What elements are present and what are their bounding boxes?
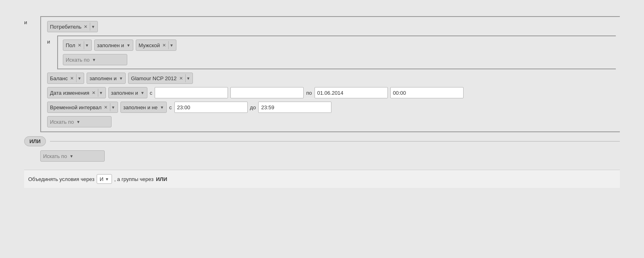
balance-row: Баланс ✕ ▼ заполнен и ▼ Glamour NCP 2012…	[47, 73, 616, 84]
combine-arrow-icon[interactable]: ▼	[105, 177, 109, 181]
date-from-field[interactable]	[157, 90, 225, 96]
date-time-field[interactable]	[393, 90, 461, 96]
balance-field[interactable]: Баланс ✕ ▼	[47, 73, 84, 84]
interval-to-field[interactable]	[261, 104, 329, 110]
interval-field[interactable]: Временной интервал ✕ ▼	[47, 102, 118, 113]
pol-close-icon[interactable]: ✕	[78, 43, 81, 48]
interval-to-label: до	[250, 104, 256, 110]
pol-value-text: Мужской	[139, 42, 160, 48]
pol-condition-text: заполнен и	[97, 42, 124, 48]
potreb-row: Потребитель ✕ ▼	[47, 21, 616, 32]
main-search-row: Искать по ▼	[47, 116, 616, 127]
date-row: Дата изменения ✕ ▼ заполнен и ▼ с по	[47, 87, 616, 98]
date-to-field[interactable]	[317, 90, 385, 96]
bottom-groups-via: ИЛИ	[156, 176, 167, 182]
balance-value-text: Glamour NCP 2012	[131, 75, 176, 81]
interval-field-text: Временной интервал	[50, 104, 101, 110]
interval-condition-arrow[interactable]: ▼	[160, 105, 164, 110]
bottom-suffix: , а группы через	[114, 176, 154, 182]
date-time-input[interactable]	[390, 87, 464, 98]
potreb-field[interactable]: Потребитель ✕ ▼	[47, 21, 98, 32]
date-to-input[interactable]	[315, 87, 388, 98]
or-search-arrow[interactable]: ▼	[69, 154, 73, 158]
balance-value-arrow[interactable]: ▼	[186, 76, 191, 81]
balance-close-icon[interactable]: ✕	[70, 76, 74, 81]
interval-from-field[interactable]	[177, 104, 245, 110]
inner-search-arrow[interactable]: ▼	[92, 58, 96, 62]
main-search-text: Искать по	[50, 119, 74, 125]
or-search-text: Искать по	[43, 153, 67, 159]
potreb-arrow-icon[interactable]: ▼	[91, 25, 95, 29]
main-search-field[interactable]: Искать по ▼	[47, 116, 112, 127]
interval-arrow-icon[interactable]: ▼	[111, 105, 115, 110]
or-search-row: Искать по ▼	[40, 150, 620, 162]
interval-close-icon[interactable]: ✕	[104, 105, 108, 110]
pol-condition[interactable]: заполнен и ▼	[94, 40, 133, 51]
date-condition-text: заполнен и	[111, 90, 138, 96]
inner-bracket: Пол ✕ ▼ заполнен и ▼ Мужской ✕	[57, 35, 616, 69]
potreb-field-text: Потребитель	[50, 24, 81, 30]
pol-condition-arrow[interactable]: ▼	[126, 43, 130, 48]
pol-field-text: Пол	[66, 42, 75, 48]
outer-group: и Потребитель ✕ ▼ и Пол	[24, 16, 620, 132]
interval-row: Временной интервал ✕ ▼ заполнен и не ▼ с…	[47, 102, 616, 113]
date-condition[interactable]: заполнен и ▼	[108, 87, 147, 98]
date-from-input[interactable]	[155, 87, 228, 98]
date-from-label: с	[150, 90, 153, 96]
inner-search-field[interactable]: Искать по ▼	[63, 54, 127, 65]
balance-field-text: Баланс	[50, 75, 68, 81]
bottom-prefix: Объединять условия через	[28, 176, 94, 182]
date-to-label: по	[306, 90, 312, 96]
balance-condition-arrow[interactable]: ▼	[119, 76, 123, 81]
inner-group: и Пол ✕ ▼ заполнен и ▼	[47, 35, 616, 69]
interval-to-input[interactable]	[258, 102, 331, 113]
main-container: и Потребитель ✕ ▼ и Пол	[8, 8, 636, 196]
combine-value: И	[99, 176, 103, 182]
pol-row: Пол ✕ ▼ заполнен и ▼ Мужской ✕	[63, 40, 613, 51]
outer-and-label: и	[24, 16, 36, 25]
balance-value[interactable]: Glamour NCP 2012 ✕ ▼	[128, 73, 193, 84]
or-section: ИЛИ	[24, 136, 620, 146]
potreb-close-icon[interactable]: ✕	[84, 24, 87, 29]
outer-bracket: Потребитель ✕ ▼ и Пол ✕ ▼	[40, 16, 620, 132]
balance-condition[interactable]: заполнен и ▼	[87, 73, 126, 84]
or-label: ИЛИ	[24, 136, 46, 146]
interval-condition[interactable]: заполнен и не ▼	[120, 102, 167, 113]
date-condition-arrow[interactable]: ▼	[141, 91, 145, 95]
interval-from-input[interactable]	[174, 102, 248, 113]
or-divider	[50, 141, 620, 141]
pol-value[interactable]: Мужской ✕ ▼	[136, 40, 176, 51]
pol-arrow-icon[interactable]: ▼	[85, 43, 89, 48]
combine-select[interactable]: И ▼	[97, 174, 112, 184]
bottom-bar: Объединять условия через И ▼ , а группы …	[24, 170, 620, 188]
date-close-icon[interactable]: ✕	[92, 90, 95, 96]
date-field[interactable]: Дата изменения ✕ ▼	[47, 87, 106, 98]
balance-value-close-icon[interactable]: ✕	[179, 76, 183, 81]
inner-and-label: и	[47, 35, 53, 45]
date-arrow-icon[interactable]: ▼	[99, 91, 103, 95]
pol-value-close-icon[interactable]: ✕	[162, 43, 166, 48]
interval-condition-text: заполнен и не	[123, 104, 157, 110]
date-field-text: Дата изменения	[50, 90, 89, 96]
interval-from-label: с	[169, 104, 172, 110]
balance-condition-text: заполнен и	[89, 75, 116, 81]
inner-search-row: Искать по ▼	[63, 54, 613, 65]
main-search-arrow[interactable]: ▼	[76, 120, 80, 124]
balance-arrow-icon[interactable]: ▼	[77, 76, 81, 81]
inner-search-text: Искать по	[66, 57, 89, 63]
pol-field[interactable]: Пол ✕ ▼	[63, 40, 92, 51]
date-from-input2[interactable]	[230, 87, 304, 98]
date-from-field2[interactable]	[233, 90, 301, 96]
or-search-field[interactable]: Искать по ▼	[40, 150, 105, 162]
pol-value-arrow[interactable]: ▼	[170, 43, 174, 48]
